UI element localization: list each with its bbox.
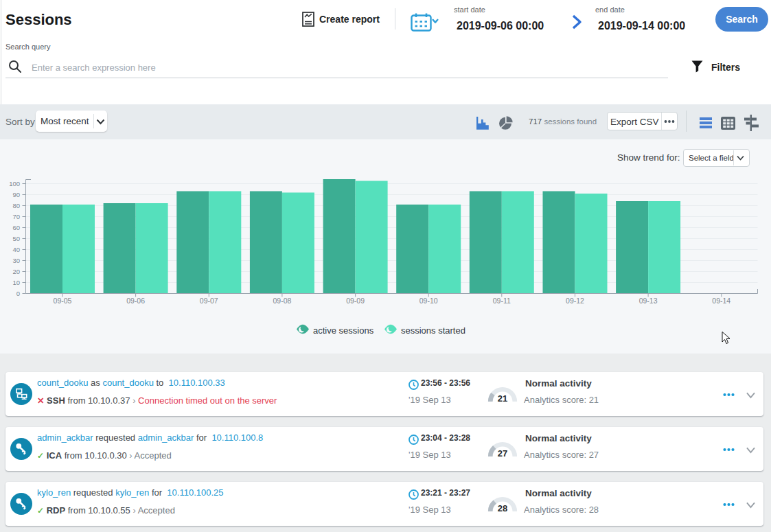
svg-text:09-14: 09-14 [712,297,730,305]
svg-text:09-10: 09-10 [419,297,438,305]
svg-text:0: 0 [16,290,20,297]
svg-text:09-07: 09-07 [200,297,218,305]
svg-text:40: 40 [12,246,20,253]
svg-text:09-13: 09-13 [639,297,658,305]
svg-text:09-09: 09-09 [346,297,365,305]
svg-text:10: 10 [12,279,20,286]
svg-text:09-12: 09-12 [566,297,584,305]
svg-text:60: 60 [12,224,20,231]
svg-text:100: 100 [9,180,20,187]
svg-text:21: 21 [498,393,507,402]
svg-text:09-06: 09-06 [126,297,145,305]
svg-text:09-11: 09-11 [493,297,511,305]
svg-text:80: 80 [12,202,20,209]
svg-text:09-05: 09-05 [54,297,72,305]
svg-text:28: 28 [498,503,507,512]
svg-text:09-08: 09-08 [273,297,291,305]
svg-text:20: 20 [12,268,20,275]
svg-text:50: 50 [12,235,20,242]
svg-text:27: 27 [498,448,507,457]
svg-text:90: 90 [12,191,20,198]
svg-text:70: 70 [12,213,20,220]
svg-text:30: 30 [12,257,20,264]
